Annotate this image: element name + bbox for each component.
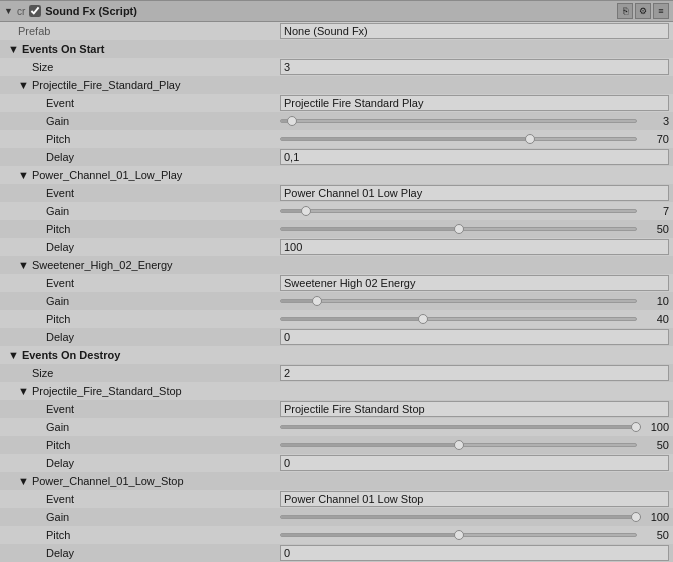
item-0-arrow[interactable]: ▼ (18, 79, 29, 91)
component-panel: ▼ cr Sound Fx (Script) ⎘ ⚙ ≡ Prefab ▼ Ev… (0, 0, 673, 562)
enable-checkbox[interactable] (29, 5, 41, 17)
item-1-delay-field[interactable] (280, 239, 669, 255)
item-0-pitch-slider[interactable]: 70 (280, 133, 669, 145)
prefab-label: Prefab (4, 25, 280, 37)
d-item-1-event-field[interactable] (280, 491, 669, 507)
item-2-delay-field[interactable] (280, 329, 669, 345)
events-on-destroy-row: ▼ Events On Destroy (0, 346, 673, 364)
item-2-pitch-row: Pitch 40 (0, 310, 673, 328)
item-2-gain-slider[interactable]: 10 (280, 295, 669, 307)
page-icon[interactable]: ⎘ (617, 3, 633, 19)
item-0-delay-row: Delay (0, 148, 673, 166)
item-0-gain-slider[interactable]: 3 (280, 115, 669, 127)
size-label: Size (4, 61, 280, 73)
item-0-gain-row: Gain 3 (0, 112, 673, 130)
item-2-event-row: Event (0, 274, 673, 292)
d-item-0-pitch-row: Pitch 50 (0, 436, 673, 454)
item-2-event-field[interactable] (280, 275, 669, 291)
item-1-name-row: ▼ Power_Channel_01_Low_Play (0, 166, 673, 184)
d-item-0-arrow[interactable]: ▼ (18, 385, 29, 397)
item-0-event-field[interactable] (280, 95, 669, 111)
d-item-0-delay-field[interactable] (280, 455, 669, 471)
item-0-event-row: Event (0, 94, 673, 112)
item-1-pitch-slider[interactable]: 50 (280, 223, 669, 235)
d-item-1-event-row: Event (0, 490, 673, 508)
collapse-arrow-icon[interactable]: ▼ (4, 6, 13, 16)
item-0-pitch-row: Pitch 70 (0, 130, 673, 148)
d-item-1-name-row: ▼ Power_Channel_01_Low_Stop (0, 472, 673, 490)
item-1-event-row: Event (0, 184, 673, 202)
item-1-gain-slider[interactable]: 7 (280, 205, 669, 217)
d-item-1-delay-field[interactable] (280, 545, 669, 561)
component-title: Sound Fx (Script) (45, 5, 137, 17)
item-1-pitch-row: Pitch 50 (0, 220, 673, 238)
events-on-start-size-row: Size (0, 58, 673, 76)
events-on-start-row: ▼ Events On Start (0, 40, 673, 58)
item-1-delay-row: Delay (0, 238, 673, 256)
events-on-start-label: ▼ Events On Start (4, 43, 280, 55)
events-on-destroy-size-row: Size (0, 364, 673, 382)
item-1-event-field[interactable] (280, 185, 669, 201)
item-2-delay-row: Delay (0, 328, 673, 346)
item-2-pitch-slider[interactable]: 40 (280, 313, 669, 325)
settings-icon[interactable]: ⚙ (635, 3, 651, 19)
item-1-gain-row: Gain 7 (0, 202, 673, 220)
d-item-0-delay-row: Delay (0, 454, 673, 472)
item-2-arrow[interactable]: ▼ (18, 259, 29, 271)
gear-icon[interactable]: ≡ (653, 3, 669, 19)
header-left: ▼ cr Sound Fx (Script) (4, 5, 137, 17)
content-area: Prefab ▼ Events On Start Size (0, 22, 673, 562)
d-item-1-gain-row: Gain 100 (0, 508, 673, 526)
d-item-1-pitch-row: Pitch 50 (0, 526, 673, 544)
prefab-field[interactable] (280, 23, 669, 39)
d-item-1-arrow[interactable]: ▼ (18, 475, 29, 487)
d-item-0-gain-slider[interactable]: 100 (280, 421, 669, 433)
d-item-0-pitch-slider[interactable]: 50 (280, 439, 669, 451)
prefab-value-col (280, 23, 669, 39)
d-item-1-pitch-slider[interactable]: 50 (280, 529, 669, 541)
item-2-name-row: ▼ Sweetener_High_02_Energy (0, 256, 673, 274)
d-item-1-delay-row: Delay (0, 544, 673, 562)
cr-label: cr (17, 6, 25, 17)
header-right: ⎘ ⚙ ≡ (617, 3, 669, 19)
item-1-arrow[interactable]: ▼ (18, 169, 29, 181)
item-2-gain-row: Gain 10 (0, 292, 673, 310)
events-on-start-arrow[interactable]: ▼ (8, 43, 19, 55)
events-on-destroy-arrow[interactable]: ▼ (8, 349, 19, 361)
prefab-row: Prefab (0, 22, 673, 40)
events-on-destroy-size-field[interactable] (280, 365, 669, 381)
d-item-0-event-field[interactable] (280, 401, 669, 417)
item-0-delay-field[interactable] (280, 149, 669, 165)
d-item-0-name-row: ▼ Projectile_Fire_Standard_Stop (0, 382, 673, 400)
d-item-1-gain-slider[interactable]: 100 (280, 511, 669, 523)
d-item-0-event-row: Event (0, 400, 673, 418)
item-0-name-row: ▼ Projectile_Fire_Standard_Play (0, 76, 673, 94)
d-item-0-gain-row: Gain 100 (0, 418, 673, 436)
events-on-start-size-field[interactable] (280, 59, 669, 75)
component-header: ▼ cr Sound Fx (Script) ⎘ ⚙ ≡ (0, 0, 673, 22)
item-0-name-label: ▼ Projectile_Fire_Standard_Play (4, 79, 280, 91)
